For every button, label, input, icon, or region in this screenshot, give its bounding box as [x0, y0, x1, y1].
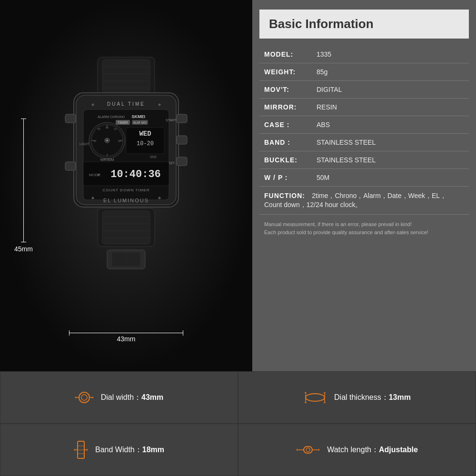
- svg-point-61: [79, 392, 89, 403]
- svg-point-83: [306, 448, 310, 452]
- svg-text:ALARM CHRONO: ALARM CHRONO: [98, 115, 125, 119]
- spec-cell-watch-length: Watch length：Adjustable: [238, 424, 476, 476]
- svg-rect-53: [102, 211, 150, 244]
- info-row-wp: W / P : 50M: [259, 169, 469, 187]
- svg-point-9: [92, 104, 94, 106]
- model-value: 1335: [317, 50, 464, 58]
- main-container: 45mm DUAL TIME: [0, 0, 476, 476]
- info-title-box: Basic Information: [259, 10, 469, 39]
- band-value: STAINLESS STEEL: [317, 139, 464, 146]
- spec-cell-dial-thickness: Dial thickness：13mm: [238, 371, 476, 424]
- svg-point-51: [159, 197, 161, 199]
- info-row-buckle: BUCKLE: STAINLESS STEEL: [259, 151, 469, 169]
- watch-length-value: Adjustable: [379, 446, 418, 454]
- dial-thickness-value: 13mm: [389, 393, 411, 401]
- info-row-function: FUNCTION: 2time，Chrono，Alarm，Date，Week，E…: [259, 187, 469, 215]
- svg-text:ALM SIG: ALM SIG: [133, 121, 147, 124]
- band-width-label: Band Width：: [95, 446, 142, 454]
- model-label: MODEL:: [264, 50, 317, 58]
- info-title: Basic Information: [269, 17, 459, 31]
- spec-row-1: Dial width：43mm Dial: [0, 371, 476, 424]
- svg-point-67: [306, 394, 325, 401]
- note-line2: Each product sold to provide quality ass…: [264, 228, 464, 237]
- height-dimension: 45mm: [14, 119, 33, 253]
- svg-text:SNZ: SNZ: [150, 155, 157, 159]
- svg-text:WED: WED: [139, 130, 151, 138]
- dial-thickness-icon: [303, 392, 327, 404]
- svg-text:P: P: [98, 173, 100, 177]
- dial-thickness-text: Dial thickness：13mm: [334, 393, 411, 403]
- info-row-movt: MOV'T: DIGITAL: [259, 81, 469, 99]
- svg-text:EL LUMINOUS: EL LUMINOUS: [103, 198, 149, 203]
- weight-value: 85g: [317, 68, 464, 76]
- watch-image-container: DUAL TIME ALARM CHRONO: [36, 43, 217, 328]
- buckle-label: BUCKLE:: [264, 156, 317, 164]
- weight-label: WEIGHT:: [264, 68, 317, 76]
- svg-rect-1: [102, 60, 150, 93]
- case-label: CASE :: [264, 121, 317, 129]
- svg-rect-15: [177, 157, 187, 166]
- svg-text:DUAL TIME: DUAL TIME: [107, 101, 145, 107]
- svg-text:START: START: [166, 119, 177, 122]
- svg-text:COUNT DOWN TIMER: COUNT DOWN TIMER: [103, 188, 150, 192]
- movt-value: DIGITAL: [317, 86, 464, 93]
- band-width-icon: [74, 440, 88, 459]
- mirror-value: RESIN: [317, 103, 464, 111]
- svg-rect-13: [177, 114, 187, 123]
- info-row-model: MODEL: 1335: [259, 46, 469, 63]
- movt-label: MOV'T:: [264, 86, 317, 93]
- info-row-mirror: MIRROR: RESIN: [259, 99, 469, 116]
- svg-rect-82: [304, 446, 312, 453]
- mirror-label: MIRROR:: [264, 103, 317, 111]
- watch-length-icon: [296, 443, 320, 457]
- info-rows: MODEL: 1335 WEIGHT: 85g MOV'T: DIGITAL M…: [259, 46, 469, 362]
- svg-text:20: 20: [118, 139, 121, 142]
- band-label: BAND :: [264, 139, 317, 146]
- svg-point-30: [106, 139, 108, 141]
- function-label: FUNCTION:: [264, 192, 310, 199]
- note-line1: Manual measurement, if there is an error…: [264, 220, 464, 228]
- svg-text:60: 60: [106, 126, 109, 129]
- dial-width-label: Dial width：: [101, 393, 141, 401]
- buckle-value: STAINLESS STEEL: [317, 156, 464, 164]
- svg-text:WR50M: WR50M: [100, 158, 114, 162]
- svg-point-50: [92, 197, 94, 199]
- watch-svg: DUAL TIME ALARM CHRONO: [45, 52, 207, 319]
- svg-text:TIMER: TIMER: [118, 121, 128, 124]
- svg-text:10:40:36: 10:40:36: [110, 169, 161, 180]
- spec-cell-band-width: Band Width：18mm: [0, 424, 238, 476]
- case-value: ABS: [317, 121, 464, 129]
- svg-text:10: 10: [114, 128, 117, 130]
- height-label: 45mm: [14, 245, 33, 253]
- svg-rect-14: [177, 136, 187, 144]
- top-section: 45mm DUAL TIME: [0, 0, 476, 371]
- dial-thickness-label: Dial thickness：: [334, 393, 389, 401]
- width-label: 43mm: [69, 335, 183, 343]
- info-row-weight: WEIGHT: 85g: [259, 63, 469, 81]
- svg-text:LIGHT: LIGHT: [79, 142, 89, 146]
- svg-text:40: 40: [93, 139, 97, 142]
- dial-width-icon: [75, 390, 94, 405]
- info-note: Manual measurement, if there is an error…: [259, 215, 469, 238]
- dial-width-text: Dial width：43mm: [101, 393, 164, 403]
- width-dimension: 43mm: [69, 333, 183, 343]
- spec-row-2: Band Width：18mm Watc: [0, 424, 476, 476]
- spec-cell-dial-width: Dial width：43mm: [0, 371, 238, 424]
- watch-length-label: Watch length：: [327, 446, 379, 454]
- info-row-band: BAND : STAINLESS STEEL: [259, 134, 469, 151]
- bottom-section: Dial width：43mm Dial: [0, 371, 476, 476]
- watch-length-text: Watch length：Adjustable: [327, 445, 418, 455]
- svg-point-10: [159, 104, 161, 106]
- svg-point-62: [81, 395, 87, 400]
- svg-text:10-20: 10-20: [137, 140, 154, 147]
- wp-label: W / P :: [264, 174, 317, 181]
- watch-side: 45mm DUAL TIME: [0, 0, 252, 371]
- svg-text:50: 50: [98, 128, 100, 130]
- band-width-text: Band Width：18mm: [95, 445, 164, 455]
- svg-rect-12: [65, 162, 76, 170]
- dial-width-value: 43mm: [141, 393, 163, 401]
- svg-rect-11: [65, 114, 76, 123]
- info-panel: Basic Information MODEL: 1335 WEIGHT: 85…: [252, 0, 476, 371]
- info-row-case: CASE : ABS: [259, 116, 469, 134]
- wp-value: 50M: [317, 174, 464, 181]
